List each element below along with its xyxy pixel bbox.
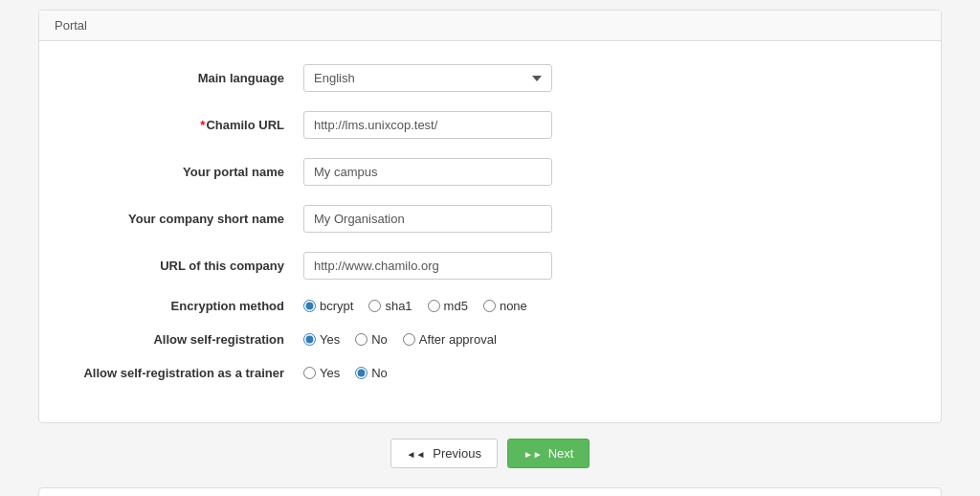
required-marker: *	[200, 118, 205, 132]
portal-name-label: Your portal name	[55, 165, 303, 179]
portal-name-input[interactable]	[303, 158, 552, 186]
encryption-none-radio[interactable]	[483, 300, 496, 312]
trainer-label: Allow self-registration as a trainer	[55, 366, 303, 380]
chamilo-url-row: *Chamilo URL	[55, 111, 925, 139]
company-url-row: URL of this company	[55, 252, 925, 280]
next-icon	[523, 446, 543, 461]
encryption-sha1-option[interactable]: sha1	[368, 299, 412, 313]
main-language-row: Main language English French Spanish Ger…	[55, 64, 925, 92]
self-reg-after-approval-option[interactable]: After approval	[403, 332, 497, 347]
main-language-select[interactable]: English French Spanish German	[303, 64, 552, 92]
self-registration-label: Allow self-registration	[55, 332, 303, 347]
trainer-radio-group: Yes No	[303, 366, 388, 380]
encryption-md5-radio[interactable]	[428, 300, 440, 312]
chamilo-url-label: *Chamilo URL	[55, 118, 303, 132]
encryption-bcrypt-radio[interactable]	[303, 300, 316, 312]
self-registration-radio-group: Yes No After approval	[303, 332, 497, 347]
self-reg-yes-radio[interactable]	[303, 333, 316, 346]
footer: Powered by Chamilo © 2021	[38, 487, 942, 496]
previous-button[interactable]: Previous	[390, 439, 498, 468]
company-short-name-row: Your company short name	[55, 205, 925, 233]
self-reg-no-radio[interactable]	[355, 333, 368, 346]
main-language-label: Main language	[55, 71, 303, 85]
company-short-name-label: Your company short name	[55, 212, 303, 226]
encryption-md5-option[interactable]: md5	[428, 299, 468, 313]
encryption-label: Encryption method	[55, 299, 303, 313]
self-registration-row: Allow self-registration Yes No After app…	[55, 332, 925, 347]
button-area: Previous Next	[38, 439, 942, 468]
company-url-label: URL of this company	[55, 259, 303, 273]
encryption-row: Encryption method bcrypt sha1 md5	[55, 299, 925, 313]
self-reg-yes-option[interactable]: Yes	[303, 332, 340, 347]
next-button[interactable]: Next	[507, 439, 590, 468]
portal-name-row: Your portal name	[55, 158, 925, 186]
self-reg-after-approval-radio[interactable]	[403, 333, 415, 346]
card-header: Portal	[39, 11, 941, 41]
trainer-no-option[interactable]: No	[355, 366, 388, 380]
trainer-row: Allow self-registration as a trainer Yes…	[55, 366, 925, 380]
portal-title: Portal	[55, 18, 87, 33]
previous-icon	[407, 446, 428, 461]
company-url-input[interactable]	[303, 252, 552, 280]
company-short-name-input[interactable]	[303, 205, 552, 233]
trainer-yes-radio[interactable]	[303, 367, 316, 379]
trainer-no-radio[interactable]	[355, 367, 368, 379]
self-reg-no-option[interactable]: No	[355, 332, 388, 347]
encryption-bcrypt-option[interactable]: bcrypt	[303, 299, 353, 313]
chamilo-url-input[interactable]	[303, 111, 552, 139]
encryption-radio-group: bcrypt sha1 md5 none	[303, 299, 527, 313]
encryption-none-option[interactable]: none	[483, 299, 527, 313]
encryption-sha1-radio[interactable]	[368, 300, 381, 312]
trainer-yes-option[interactable]: Yes	[303, 366, 340, 380]
